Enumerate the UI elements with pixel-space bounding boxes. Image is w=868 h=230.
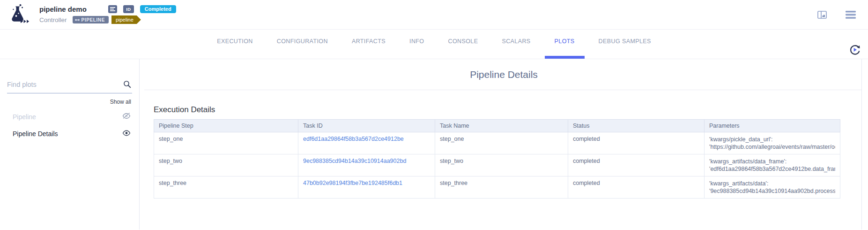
details-icon[interactable] [108,5,117,13]
eye-off-icon[interactable] [122,113,131,121]
status-cell: completed [568,132,705,154]
pipeline-step-cell: step_three [154,176,298,199]
sidebar-item-pipeline-details[interactable]: Pipeline Details [0,125,139,142]
list-lines-icon [110,7,115,11]
table-plot-view-icon[interactable] [817,11,827,19]
pipeline-step-cell: step_two [154,154,298,176]
tab-bar: EXECUTION CONFIGURATION ARTIFACTS INFO C… [0,30,868,59]
col-task-id: Task ID [298,120,435,132]
sidebar-item-label: Pipeline [13,113,36,121]
parameters-cell: 'kwargs/pickle_data_url': 'https://githu… [705,132,840,154]
tab-console[interactable]: CONSOLE [448,30,479,59]
auto-refresh-icon[interactable] [849,44,861,58]
section-title: Execution Details [154,105,868,115]
table-row: step_one edf6d1aa29864f58b3a567d2ce4912b… [154,132,840,154]
title-divider [144,90,861,90]
show-all-link[interactable]: Show all [8,99,131,105]
col-pipeline-step: Pipeline Step [154,120,298,132]
task-name-cell: step_one [435,132,568,154]
tab-debug-samples[interactable]: DEBUG SAMPLES [598,30,652,59]
tab-info[interactable]: INFO [409,30,424,59]
scroll-gutter-divider [861,59,862,230]
task-id-link[interactable]: 9ec988385cd94b14a39c10914aa902bd [303,158,406,164]
parameters-cell: 'kwargs_artifacts/data_frame': 'edf6d1aa… [705,154,840,176]
pipeline-type-tag: PIPELINE [73,16,109,23]
project-tag[interactable]: pipeline [111,15,141,24]
col-task-name: Task Name [435,120,568,132]
tab-configuration[interactable]: CONFIGURATION [276,30,328,59]
task-id-link[interactable]: 47b0b92e98194f3fbe7be192485f6db1 [303,180,402,186]
table-row: step_three 47b0b92e98194f3fbe7be192485f6… [154,176,840,199]
find-plots-search [7,80,132,93]
active-tab-underline [545,56,585,59]
search-icon[interactable] [123,80,131,90]
task-name-cell: step_three [435,176,568,199]
parameters-cell: 'kwargs_artifacts/data': '9ec988385cd94b… [705,176,840,199]
execution-details-table: Pipeline Step Task ID Task Name Status P… [154,119,840,199]
eye-icon[interactable] [122,130,131,138]
plots-panel: Pipeline Details Execution Details Pipel… [140,59,868,230]
col-status: Status [568,120,705,132]
pipeline-title: pipeline demo [39,5,87,13]
tab-execution[interactable]: EXECUTION [216,30,253,59]
search-input[interactable] [7,81,120,88]
pipeline-nodes-icon [75,18,80,22]
table-header-row: Pipeline Step Task ID Task Name Status P… [154,120,840,132]
menu-icon[interactable] [846,11,856,19]
controller-label: Controller [39,16,67,23]
page-title: Pipeline Details [140,69,868,80]
top-header: pipeline demo ID Completed Controller [0,0,868,30]
status-badge: Completed [140,5,176,13]
status-cell: completed [568,176,705,199]
task-name-cell: step_two [435,154,568,176]
id-badge[interactable]: ID [123,5,134,13]
pipeline-step-cell: step_one [154,132,298,154]
type-tag-label: PIPELINE [82,17,105,23]
status-cell: completed [568,154,705,176]
tab-artifacts[interactable]: ARTIFACTS [351,30,386,59]
tab-scalars[interactable]: SCALARS [501,30,531,59]
clearml-pipeline-logo[interactable] [7,3,31,27]
col-parameters: Parameters [705,120,840,132]
plots-sidebar: Show all Pipeline Pipeline Details [0,59,140,230]
sidebar-item-pipeline[interactable]: Pipeline [0,108,139,125]
task-id-link[interactable]: edf6d1aa29864f58b3a567d2ce4912be [303,136,404,142]
sidebar-item-label: Pipeline Details [13,130,58,138]
tab-plots[interactable]: PLOTS [554,30,575,59]
table-row: step_two 9ec988385cd94b14a39c10914aa902b… [154,154,840,176]
